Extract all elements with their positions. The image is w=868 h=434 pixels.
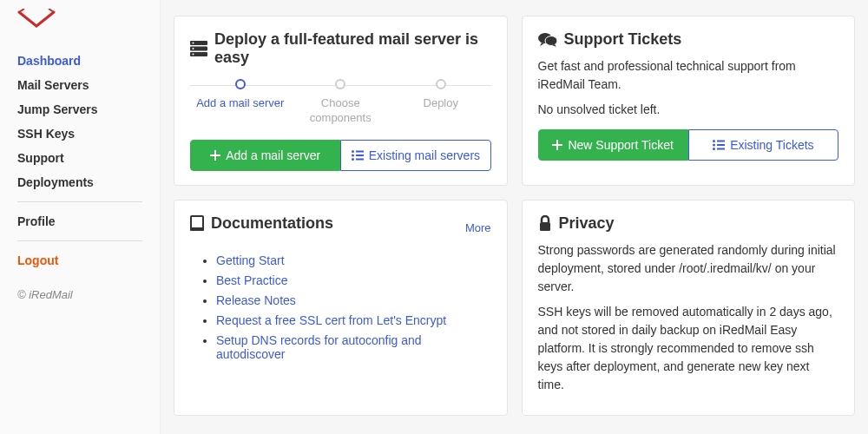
doc-link-item: Setup DNS records for autoconfig and aut… [216, 333, 491, 361]
docs-title-text: Documentations [211, 214, 333, 233]
main-content: Deploy a full-featured mail server is ea… [161, 0, 868, 434]
nav-logout[interactable]: Logout [17, 248, 142, 273]
svg-point-3 [193, 43, 194, 44]
logo [17, 9, 142, 33]
nav-ssh-keys[interactable]: SSH Keys [17, 122, 142, 146]
svg-rect-19 [717, 148, 725, 150]
privacy-title: Privacy [538, 214, 839, 233]
envelope-logo-icon [17, 9, 56, 33]
svg-rect-9 [356, 155, 364, 156]
doc-link-item: Release Notes [216, 293, 491, 307]
docs-more-link[interactable]: More [465, 221, 491, 234]
list-icon [713, 140, 725, 150]
support-desc: Get fast and professional technical supp… [538, 57, 839, 94]
deploy-card: Deploy a full-featured mail server is ea… [174, 16, 508, 186]
privacy-title-text: Privacy [559, 214, 615, 233]
support-status: No unsolved ticket left. [538, 101, 839, 119]
step-choose-components[interactable]: Choose components [291, 79, 391, 126]
nav-dashboard[interactable]: Dashboard [17, 49, 142, 73]
svg-rect-21 [192, 217, 202, 227]
deploy-title: Deploy a full-featured mail server is ea… [190, 30, 491, 67]
svg-point-18 [713, 148, 715, 150]
deploy-buttons: Add a mail server Existing mail servers [190, 140, 491, 171]
nav-list: Dashboard Mail Servers Jump Servers SSH … [17, 49, 142, 273]
nav-profile[interactable]: Profile [17, 209, 142, 233]
documentations-card: Documentations More Getting Start Best P… [174, 200, 508, 416]
doc-link-getting-start[interactable]: Getting Start [216, 253, 285, 267]
support-buttons: New Support Ticket Existing Tickets [538, 129, 839, 161]
nav-mail-servers[interactable]: Mail Servers [17, 73, 142, 97]
svg-point-6 [352, 150, 354, 153]
svg-rect-22 [190, 228, 204, 231]
doc-link-best-practice[interactable]: Best Practice [216, 273, 287, 287]
add-mail-server-button[interactable]: Add a mail server [190, 140, 340, 171]
docs-title: Documentations [190, 214, 333, 233]
doc-link-dns-records[interactable]: Setup DNS records for autoconfig and aut… [216, 333, 422, 361]
svg-point-13 [545, 36, 557, 45]
book-icon [190, 215, 204, 231]
add-mail-server-label: Add a mail server [226, 148, 320, 162]
svg-rect-11 [356, 158, 364, 160]
doc-link-item: Request a free SSL cert from Let's Encry… [216, 313, 491, 327]
existing-mail-servers-label: Existing mail servers [369, 148, 480, 162]
svg-point-10 [352, 158, 354, 161]
nav-deployments[interactable]: Deployments [17, 170, 142, 194]
docs-list: Getting Start Best Practice Release Note… [190, 253, 491, 361]
new-support-ticket-label: New Support Ticket [568, 138, 673, 152]
nav-support[interactable]: Support [17, 146, 142, 170]
nav-divider [17, 201, 142, 202]
server-icon [190, 41, 207, 56]
existing-mail-servers-button[interactable]: Existing mail servers [340, 140, 490, 171]
step-add-mail-server[interactable]: Add a mail server [190, 79, 291, 111]
nav-divider [17, 240, 142, 241]
support-title: Support Tickets [538, 30, 839, 49]
doc-link-item: Getting Start [216, 253, 491, 267]
svg-rect-7 [356, 150, 364, 152]
svg-point-4 [193, 48, 194, 49]
doc-link-ssl-cert[interactable]: Request a free SSL cert from Let's Encry… [216, 313, 446, 327]
svg-rect-15 [717, 141, 725, 142]
existing-tickets-label: Existing Tickets [730, 138, 813, 152]
support-card: Support Tickets Get fast and professiona… [522, 16, 856, 186]
lock-icon [538, 215, 552, 231]
privacy-p1: Strong passwords are generated randomly … [538, 241, 839, 296]
support-title-text: Support Tickets [564, 30, 682, 49]
comments-icon [538, 32, 557, 48]
privacy-card: Privacy Strong passwords are generated r… [522, 200, 856, 416]
svg-point-16 [713, 144, 715, 147]
privacy-p2: SSH keys will be removed automatically i… [538, 303, 839, 394]
doc-link-item: Best Practice [216, 273, 491, 287]
nav-jump-servers[interactable]: Jump Servers [17, 97, 142, 122]
svg-point-14 [713, 140, 715, 142]
copyright: © iRedMail [17, 288, 142, 301]
deploy-steps: Add a mail server Choose components Depl… [190, 79, 491, 126]
svg-point-8 [352, 154, 354, 156]
list-icon [352, 150, 364, 161]
svg-rect-17 [717, 144, 725, 146]
sidebar: Dashboard Mail Servers Jump Servers SSH … [0, 0, 161, 434]
new-support-ticket-button[interactable]: New Support Ticket [538, 129, 688, 161]
svg-point-5 [193, 54, 194, 56]
doc-link-release-notes[interactable]: Release Notes [216, 293, 296, 307]
plus-icon [552, 140, 562, 150]
plus-icon [210, 150, 220, 161]
existing-tickets-button[interactable]: Existing Tickets [688, 129, 838, 161]
svg-rect-23 [540, 222, 550, 231]
deploy-title-text: Deploy a full-featured mail server is ea… [214, 30, 491, 67]
step-deploy[interactable]: Deploy [391, 79, 491, 111]
